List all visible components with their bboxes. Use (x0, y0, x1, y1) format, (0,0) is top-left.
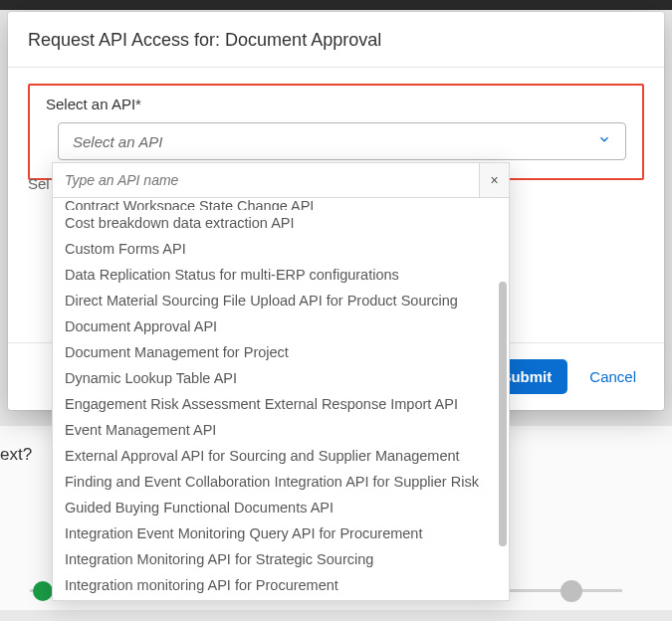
select-placeholder: Select an API (73, 133, 162, 150)
dropdown-search-row: × (53, 163, 509, 198)
cancel-button[interactable]: Cancel (583, 360, 642, 393)
window-top-bar (0, 0, 672, 10)
list-item[interactable]: Contract Workspace State Change API (53, 200, 509, 210)
modal-title: Request API Access for: Document Approva… (8, 12, 664, 68)
clear-search-button[interactable]: × (479, 163, 509, 197)
list-item[interactable]: Guided Buying Functional Documents API (53, 495, 509, 520)
list-item[interactable]: Dynamic Lookup Table API (53, 365, 509, 391)
scrollbar-track[interactable] (499, 204, 507, 594)
list-item[interactable]: Document Management for Project (53, 339, 509, 365)
list-item[interactable]: Master Data Integration Job Status API f… (53, 598, 509, 600)
list-item[interactable]: Integration Monitoring API for Strategic… (53, 546, 509, 572)
chevron-down-icon (597, 132, 611, 150)
api-dropdown-popover: × Contract Workspace State Change APICos… (52, 162, 510, 601)
list-item[interactable]: Direct Material Sourcing File Upload API… (53, 288, 509, 313)
list-item[interactable]: External Approval API for Sourcing and S… (53, 443, 509, 469)
obscured-label-fragment: Sel (0, 175, 50, 192)
list-item[interactable]: Custom Forms API (53, 236, 509, 262)
list-item[interactable]: Integration monitoring API for Procureme… (53, 572, 509, 598)
scrollbar-thumb[interactable] (499, 282, 507, 546)
api-search-input[interactable] (53, 163, 479, 197)
list-item[interactable]: Event Management API (53, 417, 509, 443)
dropdown-list-wrap: Contract Workspace State Change APICost … (53, 198, 509, 600)
list-item[interactable]: Data Replication Status for multi-ERP co… (53, 262, 509, 288)
progress-step-pending (560, 580, 582, 602)
select-api-label: Select an API* (46, 96, 626, 112)
list-item[interactable]: Finding and Event Collaboration Integrat… (53, 469, 509, 495)
list-item[interactable]: Engagement Risk Assessment External Resp… (53, 391, 509, 417)
list-item[interactable]: Cost breakdown data extraction API (53, 210, 509, 236)
background-text-fragment: ext? (0, 445, 36, 465)
api-option-list: Contract Workspace State Change APICost … (53, 198, 509, 600)
progress-step-done-1 (33, 581, 53, 601)
select-api-combobox[interactable]: Select an API (58, 122, 626, 160)
list-item[interactable]: Integration Event Monitoring Query API f… (53, 520, 509, 546)
list-item[interactable]: Document Approval API (53, 313, 509, 339)
